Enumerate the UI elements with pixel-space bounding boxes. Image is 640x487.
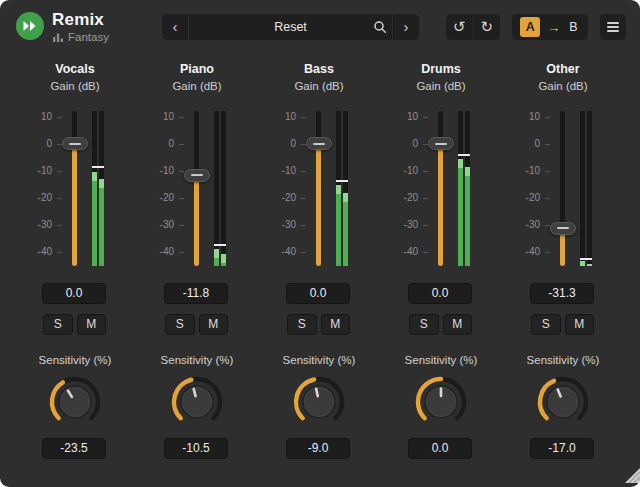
solo-mute-group: S M [165,314,228,335]
ab-compare-group: A → B [512,14,588,40]
scale-tick [301,117,306,118]
sensitivity-label: Sensitivity (%) [380,354,502,366]
level-meter-left [580,111,585,266]
scale-label: 10 [14,112,52,122]
gain-label: Gain (dB) [502,80,624,92]
solo-mute-group: S M [531,314,594,335]
gain-value-field[interactable]: -11.8 [164,283,228,304]
undo-button[interactable]: ↺ [446,14,474,40]
channel-name: Vocals [14,62,136,76]
fader-handle[interactable] [184,169,210,182]
peak-indicator [458,154,470,156]
fader-handle[interactable] [428,137,454,150]
sensitivity-knob[interactable] [169,374,225,430]
channel-name: Bass [258,62,380,76]
fader-handle[interactable] [306,137,332,150]
sensitivity-value-field[interactable]: -23.5 [42,438,106,459]
subtitle-label: Fantasy [68,31,109,43]
fader-handle[interactable] [62,137,88,150]
sensitivity-knob[interactable] [291,374,347,430]
meter-cap [221,254,226,263]
scale-tick [179,117,184,118]
gain-value-field[interactable]: 0.0 [42,283,106,304]
gain-fader: 10 0 -10 -20 -30 -40 [136,106,258,270]
solo-mute-group: S M [409,314,472,335]
meter-fill [580,261,585,266]
meter-cap [92,172,97,181]
mute-button[interactable]: M [321,314,351,335]
scale-label: -40 [380,247,418,257]
history-group: ↺ ↻ [446,14,500,40]
fader-fill [316,144,321,266]
ab-copy-arrow-icon[interactable]: → [547,20,560,35]
channel-name: Other [502,62,624,76]
solo-button[interactable]: S [287,314,317,335]
sensitivity-knob[interactable] [535,374,591,430]
scale-tick [179,144,184,145]
gain-label: Gain (dB) [258,80,380,92]
scale-label: -40 [136,247,174,257]
sensitivity-knob[interactable] [47,374,103,430]
level-meter-left [92,111,97,266]
mute-button[interactable]: M [199,314,229,335]
scale-label: -30 [136,220,174,230]
meter-cap [214,249,219,258]
sensitivity-value-field[interactable]: -9.0 [286,438,350,459]
channel-strip: Bass Gain (dB) 10 0 -10 -20 -30 -40 [258,58,380,462]
level-meter-left [458,111,463,266]
gain-value-field[interactable]: 0.0 [408,283,472,304]
scale-label: 0 [14,139,52,149]
scale-tick [179,252,184,253]
fader-fill [438,144,443,266]
solo-button[interactable]: S [43,314,73,335]
ab-state-a-button[interactable]: A [520,17,540,37]
channel-strip: Vocals Gain (dB) 10 0 -10 -20 -30 -40 [14,58,136,462]
menu-button[interactable] [600,14,626,40]
sensitivity-value-field[interactable]: -17.0 [530,438,594,459]
level-meter-left [336,111,341,266]
fader-fill [194,176,199,266]
scale-tick [423,225,428,226]
gain-value-field[interactable]: 0.0 [286,283,350,304]
scale-tick [179,225,184,226]
logo-button[interactable] [16,12,44,40]
level-meter-right [343,111,348,266]
sensitivity-value-field[interactable]: -10.5 [164,438,228,459]
sensitivity-label: Sensitivity (%) [136,354,258,366]
channel-name: Drums [380,62,502,76]
scale-label: 10 [502,112,540,122]
solo-button[interactable]: S [165,314,195,335]
sensitivity-knob[interactable] [413,374,469,430]
gain-fader: 10 0 -10 -20 -30 -40 [258,106,380,270]
scale-tick [57,252,62,253]
solo-button[interactable]: S [531,314,561,335]
scale-tick [301,171,306,172]
gain-value-field[interactable]: -31.3 [530,283,594,304]
meter-bars-icon [52,31,64,43]
scale-tick [179,198,184,199]
ab-state-b-button[interactable]: B [567,20,579,34]
scale-label: -20 [136,193,174,203]
solo-button[interactable]: S [409,314,439,335]
scale-label: -10 [258,166,296,176]
resize-grip[interactable] [622,465,640,487]
preset-next-button[interactable]: › [392,14,419,40]
preset-bar: ‹ Reset › [162,14,419,40]
mute-button[interactable]: M [443,314,473,335]
hamburger-icon [607,22,619,32]
sensitivity-value-field[interactable]: 0.0 [408,438,472,459]
fader-handle[interactable] [550,222,576,235]
scale-tick [57,225,62,226]
meter-fill [458,159,463,266]
mute-button[interactable]: M [565,314,595,335]
mute-button[interactable]: M [77,314,107,335]
meter-cap [336,185,341,194]
solo-mute-group: S M [43,314,106,335]
meter-fill [221,254,226,266]
meter-cap [458,159,463,168]
resize-grip-icon [622,465,640,483]
scale-tick [57,117,62,118]
redo-button[interactable]: ↻ [474,14,501,40]
preset-search-button[interactable] [368,20,392,34]
scale-tick [545,144,550,145]
